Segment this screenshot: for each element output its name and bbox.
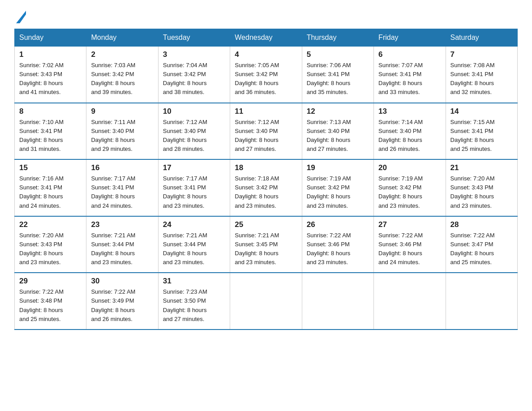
day-info: Sunrise: 7:07 AMSunset: 3:41 PMDaylight:… [378, 61, 441, 97]
day-number: 3 [163, 50, 225, 59]
day-number: 4 [235, 50, 297, 59]
calendar-cell: 14Sunrise: 7:15 AMSunset: 3:41 PMDayligh… [446, 103, 517, 160]
day-number: 2 [91, 50, 153, 59]
day-info: Sunrise: 7:08 AMSunset: 3:41 PMDaylight:… [450, 61, 513, 97]
day-info: Sunrise: 7:22 AMSunset: 3:47 PMDaylight:… [450, 231, 513, 267]
calendar-cell [374, 273, 446, 330]
day-info: Sunrise: 7:14 AMSunset: 3:40 PMDaylight:… [378, 118, 441, 154]
day-number: 16 [91, 163, 153, 172]
day-info: Sunrise: 7:22 AMSunset: 3:49 PMDaylight:… [91, 287, 153, 324]
calendar-cell: 15Sunrise: 7:16 AMSunset: 3:41 PMDayligh… [15, 159, 86, 216]
day-number: 14 [450, 107, 513, 116]
day-info: Sunrise: 7:17 AMSunset: 3:41 PMDaylight:… [91, 174, 153, 210]
day-number: 24 [163, 220, 225, 229]
calendar-cell: 7Sunrise: 7:08 AMSunset: 3:41 PMDaylight… [446, 47, 517, 103]
day-number: 26 [307, 220, 369, 229]
calendar-week-3: 15Sunrise: 7:16 AMSunset: 3:41 PMDayligh… [15, 159, 518, 216]
day-number: 10 [163, 107, 225, 116]
calendar-cell: 29Sunrise: 7:22 AMSunset: 3:48 PMDayligh… [15, 273, 86, 330]
calendar-cell: 10Sunrise: 7:12 AMSunset: 3:40 PMDayligh… [158, 103, 230, 160]
calendar-cell: 22Sunrise: 7:20 AMSunset: 3:43 PMDayligh… [15, 216, 86, 273]
day-number: 6 [378, 50, 441, 59]
day-number: 29 [19, 277, 82, 286]
day-info: Sunrise: 7:21 AMSunset: 3:45 PMDaylight:… [235, 231, 297, 267]
day-number: 15 [19, 163, 82, 172]
calendar-cell: 20Sunrise: 7:19 AMSunset: 3:42 PMDayligh… [374, 159, 446, 216]
day-info: Sunrise: 7:21 AMSunset: 3:44 PMDaylight:… [163, 231, 225, 267]
calendar-week-5: 29Sunrise: 7:22 AMSunset: 3:48 PMDayligh… [15, 273, 518, 330]
calendar-cell: 26Sunrise: 7:22 AMSunset: 3:46 PMDayligh… [302, 216, 373, 273]
calendar-cell: 11Sunrise: 7:12 AMSunset: 3:40 PMDayligh… [230, 103, 302, 160]
day-number: 31 [163, 277, 225, 286]
day-info: Sunrise: 7:12 AMSunset: 3:40 PMDaylight:… [235, 118, 297, 154]
day-number: 28 [450, 220, 513, 229]
day-info: Sunrise: 7:15 AMSunset: 3:41 PMDaylight:… [450, 118, 513, 154]
calendar-cell: 12Sunrise: 7:13 AMSunset: 3:40 PMDayligh… [302, 103, 373, 160]
day-info: Sunrise: 7:20 AMSunset: 3:43 PMDaylight:… [450, 174, 513, 210]
day-number: 1 [19, 50, 82, 59]
calendar-cell: 31Sunrise: 7:23 AMSunset: 3:50 PMDayligh… [158, 273, 230, 330]
calendar-cell: 13Sunrise: 7:14 AMSunset: 3:40 PMDayligh… [374, 103, 446, 160]
calendar-week-1: 1Sunrise: 7:02 AMSunset: 3:43 PMDaylight… [15, 47, 518, 103]
day-number: 19 [307, 163, 369, 172]
weekday-header-saturday: Saturday [446, 29, 517, 47]
weekday-header-friday: Friday [374, 29, 446, 47]
day-info: Sunrise: 7:04 AMSunset: 3:42 PMDaylight:… [163, 61, 225, 97]
calendar-cell: 3Sunrise: 7:04 AMSunset: 3:42 PMDaylight… [158, 47, 230, 103]
day-number: 17 [163, 163, 225, 172]
calendar-table: SundayMondayTuesdayWednesdayThursdayFrid… [14, 29, 518, 330]
day-number: 8 [19, 107, 82, 116]
day-info: Sunrise: 7:22 AMSunset: 3:46 PMDaylight:… [378, 231, 441, 267]
day-number: 9 [91, 107, 153, 116]
day-number: 18 [235, 163, 297, 172]
calendar-cell: 18Sunrise: 7:18 AMSunset: 3:42 PMDayligh… [230, 159, 302, 216]
day-number: 11 [235, 107, 297, 116]
day-number: 21 [450, 163, 513, 172]
day-number: 7 [450, 50, 513, 59]
day-number: 30 [91, 277, 153, 286]
calendar-cell: 1Sunrise: 7:02 AMSunset: 3:43 PMDaylight… [15, 47, 86, 103]
weekday-header-sunday: Sunday [15, 29, 86, 47]
day-info: Sunrise: 7:12 AMSunset: 3:40 PMDaylight:… [163, 118, 225, 154]
day-info: Sunrise: 7:22 AMSunset: 3:46 PMDaylight:… [307, 231, 369, 267]
day-info: Sunrise: 7:18 AMSunset: 3:42 PMDaylight:… [235, 174, 297, 210]
calendar-cell: 9Sunrise: 7:11 AMSunset: 3:40 PMDaylight… [86, 103, 158, 160]
day-info: Sunrise: 7:05 AMSunset: 3:42 PMDaylight:… [235, 61, 297, 97]
day-info: Sunrise: 7:17 AMSunset: 3:41 PMDaylight:… [163, 174, 225, 210]
calendar-cell: 24Sunrise: 7:21 AMSunset: 3:44 PMDayligh… [158, 216, 230, 273]
calendar-cell: 4Sunrise: 7:05 AMSunset: 3:42 PMDaylight… [230, 47, 302, 103]
day-info: Sunrise: 7:19 AMSunset: 3:42 PMDaylight:… [378, 174, 441, 210]
calendar-week-4: 22Sunrise: 7:20 AMSunset: 3:43 PMDayligh… [15, 216, 518, 273]
day-info: Sunrise: 7:13 AMSunset: 3:40 PMDaylight:… [307, 118, 369, 154]
day-number: 20 [378, 163, 441, 172]
day-number: 13 [378, 107, 441, 116]
day-number: 12 [307, 107, 369, 116]
calendar-cell [230, 273, 302, 330]
calendar-cell: 19Sunrise: 7:19 AMSunset: 3:42 PMDayligh… [302, 159, 373, 216]
day-info: Sunrise: 7:10 AMSunset: 3:41 PMDaylight:… [19, 118, 82, 154]
day-info: Sunrise: 7:20 AMSunset: 3:43 PMDaylight:… [19, 231, 82, 267]
weekday-header-thursday: Thursday [302, 29, 373, 47]
calendar-week-2: 8Sunrise: 7:10 AMSunset: 3:41 PMDaylight… [15, 103, 518, 160]
day-info: Sunrise: 7:03 AMSunset: 3:42 PMDaylight:… [91, 61, 153, 97]
day-info: Sunrise: 7:21 AMSunset: 3:44 PMDaylight:… [91, 231, 153, 267]
logo-icon [16, 11, 26, 23]
calendar-cell: 16Sunrise: 7:17 AMSunset: 3:41 PMDayligh… [86, 159, 158, 216]
day-number: 27 [378, 220, 441, 229]
day-info: Sunrise: 7:11 AMSunset: 3:40 PMDaylight:… [91, 118, 153, 154]
day-number: 22 [19, 220, 82, 229]
day-info: Sunrise: 7:19 AMSunset: 3:42 PMDaylight:… [307, 174, 369, 210]
calendar-cell: 25Sunrise: 7:21 AMSunset: 3:45 PMDayligh… [230, 216, 302, 273]
weekday-header-tuesday: Tuesday [158, 29, 230, 47]
calendar-cell: 21Sunrise: 7:20 AMSunset: 3:43 PMDayligh… [446, 159, 517, 216]
calendar-cell [446, 273, 517, 330]
day-info: Sunrise: 7:23 AMSunset: 3:50 PMDaylight:… [163, 287, 225, 324]
logo [14, 11, 26, 23]
weekday-header-monday: Monday [86, 29, 158, 47]
day-info: Sunrise: 7:22 AMSunset: 3:48 PMDaylight:… [19, 287, 82, 324]
day-number: 25 [235, 220, 297, 229]
calendar-cell: 30Sunrise: 7:22 AMSunset: 3:49 PMDayligh… [86, 273, 158, 330]
calendar-cell: 2Sunrise: 7:03 AMSunset: 3:42 PMDaylight… [86, 47, 158, 103]
day-info: Sunrise: 7:06 AMSunset: 3:41 PMDaylight:… [307, 61, 369, 97]
day-number: 5 [307, 50, 369, 59]
